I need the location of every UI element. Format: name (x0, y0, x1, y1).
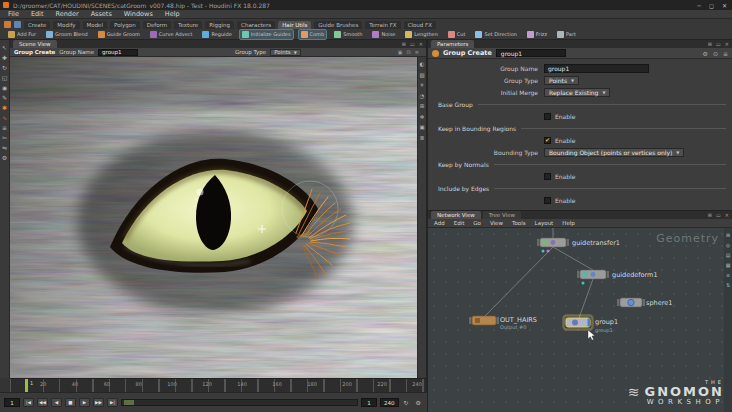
lighting-icon[interactable]: ☀ (420, 83, 425, 89)
node-guidedeform1[interactable]: guidedeform1 (577, 270, 658, 285)
state-option-icon[interactable]: ≡ (415, 49, 419, 55)
shelf-tab-cloud[interactable]: Cloud FX (404, 21, 436, 29)
shelf-tool[interactable]: Initialize Guides (240, 30, 293, 39)
shelf-tab-polygon[interactable]: Polygon (110, 21, 140, 29)
menu-render[interactable]: Render (55, 10, 78, 18)
menu-file[interactable]: File (8, 10, 19, 18)
select-tool-icon[interactable]: ↖ (2, 45, 7, 51)
shelf-tab-create[interactable]: Create (24, 21, 50, 29)
stop-button[interactable]: ■ (65, 398, 76, 407)
pane-float-icon[interactable]: ▭ (716, 41, 721, 47)
pane-split-icon[interactable]: ⊞ (402, 41, 406, 47)
pane-close-icon[interactable]: ✕ (725, 41, 729, 47)
net-menu-edit[interactable]: Edit (454, 220, 465, 226)
pane-close-icon[interactable]: ✕ (419, 41, 423, 47)
clump-tool-icon[interactable]: ≡ (2, 125, 7, 131)
pane-split-icon[interactable]: ⊞ (708, 212, 712, 218)
find-icon[interactable]: ◎ (726, 242, 730, 248)
shelf-tab-rigging[interactable]: Rigging (205, 21, 234, 29)
pin-icon[interactable]: ⊙ (713, 50, 718, 57)
shading-icon[interactable]: ◐ (420, 62, 425, 68)
shelf-tab-model[interactable]: Model (83, 21, 108, 29)
playback-options-icon[interactable]: ⚙ (414, 399, 423, 406)
close-button[interactable]: ✕ (722, 2, 727, 9)
shelf-tab-modify[interactable]: Modify (53, 21, 79, 29)
shelf-tool[interactable]: Noise (370, 30, 397, 39)
minimize-button[interactable]: ─ (697, 2, 701, 9)
node-name-field[interactable]: group1 (496, 49, 566, 57)
checkbox-checked[interactable]: ✔ (544, 137, 551, 144)
checkbox-unchecked[interactable] (544, 173, 551, 180)
group-name-input[interactable]: group1 (98, 49, 138, 56)
timeline-ruler[interactable]: 2040 6080 100120 140160 180200 220240 1 (10, 378, 426, 392)
initial-merge-dropdown[interactable]: Replace Existing▼ (544, 88, 610, 97)
net-menu-go[interactable]: Go (473, 220, 481, 226)
mirror-tool-icon[interactable]: ⇋ (2, 145, 7, 151)
shelf-tool[interactable]: Cut (446, 30, 468, 39)
cut-tool-icon[interactable]: ✂ (2, 135, 7, 141)
shape-palette-icon[interactable]: ▦ (726, 262, 731, 268)
node-sphere1[interactable]: sphere1 (617, 298, 672, 307)
network-editor[interactable]: Geometry guidetransfer1 (428, 228, 732, 412)
edit-tool-icon[interactable]: ✎ (2, 95, 7, 101)
camera-icon[interactable]: ◔ (420, 94, 425, 100)
scene-viewport[interactable] (10, 57, 417, 378)
pane-split-icon[interactable]: ⊞ (708, 41, 712, 47)
handles-tool-icon[interactable]: ◉ (2, 85, 7, 91)
gear-icon[interactable]: ⚙ (703, 50, 708, 57)
slider-handle[interactable] (124, 400, 134, 405)
viewmode-icon[interactable]: ▣ (419, 125, 424, 131)
shelf-tool[interactable]: Frizz (525, 30, 549, 39)
play-button[interactable]: ▶ (79, 398, 90, 407)
checkbox-unchecked[interactable] (544, 113, 551, 120)
node-out-hairs[interactable]: OUT_HAIRS Output #0 (469, 316, 537, 332)
checkbox-unchecked[interactable] (544, 197, 551, 204)
translate-tool-icon[interactable]: ✚ (2, 55, 7, 61)
net-menu-add[interactable]: Add (434, 220, 445, 226)
state-option-icon[interactable]: ▣ (398, 49, 403, 55)
node-group1[interactable]: group1 group1 (563, 316, 618, 334)
play-reverse-button[interactable]: ◀ (51, 398, 62, 407)
menu-help[interactable]: Help (165, 10, 180, 18)
param-menu-icon[interactable]: ≡ (723, 50, 728, 57)
playhead[interactable] (25, 379, 28, 393)
display-flag[interactable] (588, 319, 591, 327)
grid-icon[interactable]: ⊞ (420, 104, 425, 110)
tab-scene-view[interactable]: Scene View (13, 40, 57, 48)
shelf-tab-guide-brushes[interactable]: Guide Brushes (314, 21, 362, 29)
layout-icon[interactable]: ⇅ (726, 282, 730, 288)
net-menu-help[interactable]: Help (562, 220, 575, 226)
shelf-tab-hair-utils[interactable]: Hair Utils (278, 21, 311, 29)
tab-parameters[interactable]: Parameters (431, 40, 474, 48)
maximize-button[interactable]: ◻ (709, 2, 714, 9)
pane-close-icon[interactable]: ✕ (725, 212, 729, 218)
brush-tool-icon[interactable]: ✱ (2, 105, 7, 111)
group-type-dropdown[interactable]: Points▼ (270, 49, 301, 56)
rotate-tool-icon[interactable]: ↻ (2, 65, 7, 71)
range-end-field[interactable]: 240 (380, 398, 399, 407)
shelf-tool[interactable]: Part (555, 30, 578, 39)
menu-assets[interactable]: Assets (91, 10, 112, 18)
settings-tool-icon[interactable]: ⚙ (2, 155, 7, 161)
shelf-tool[interactable]: Add Fur (6, 30, 38, 39)
shelf-tool[interactable]: Smooth (332, 30, 364, 39)
wireframe-icon[interactable]: ▧ (419, 73, 424, 79)
net-menu-view[interactable]: View (490, 220, 503, 226)
state-option-icon[interactable]: ⊡ (407, 49, 411, 55)
group-type-dropdown[interactable]: Points▼ (544, 76, 579, 85)
go-start-button[interactable]: |◀ (23, 398, 34, 407)
shelf-tool[interactable]: Set Direction (473, 30, 518, 39)
shelf-tool[interactable]: Lengthen (403, 30, 440, 39)
shelf-tab-terrain[interactable]: Terrain FX (365, 21, 400, 29)
loop-icon[interactable]: ↻ (402, 399, 411, 406)
shelf-tool[interactable]: Guide Groom (96, 30, 142, 39)
pane-float-icon[interactable]: ▭ (410, 41, 415, 47)
next-key-button[interactable]: ▶▶ (93, 398, 104, 407)
color-palette-icon[interactable]: ▤ (726, 252, 731, 258)
net-menu-layout[interactable]: Layout (535, 220, 554, 226)
grid-snap-icon[interactable]: ≋ (726, 272, 730, 278)
shelf-tool[interactable]: Curve Advect (148, 30, 195, 39)
snap-icon[interactable]: ❄ (420, 115, 425, 121)
shelf-pin-icon[interactable] (14, 21, 21, 28)
menu-edit[interactable]: Edit (31, 10, 44, 18)
